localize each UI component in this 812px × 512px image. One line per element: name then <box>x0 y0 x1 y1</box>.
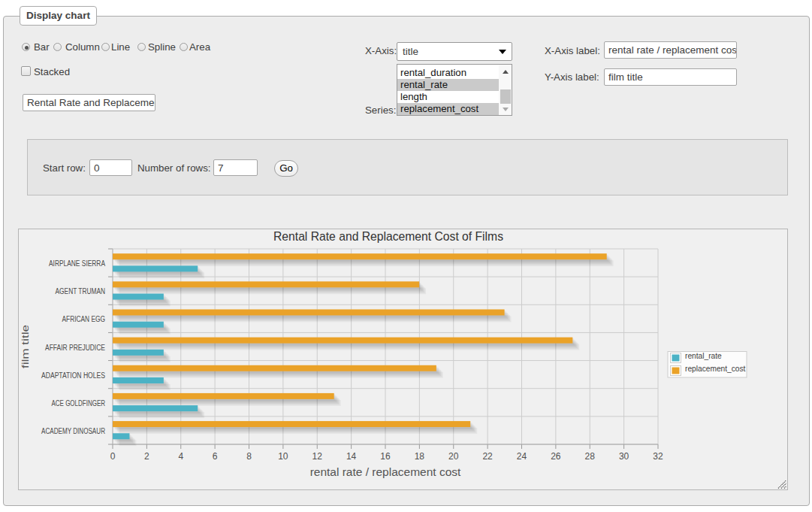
svg-text:28: 28 <box>585 451 596 462</box>
svg-text:8: 8 <box>246 451 252 462</box>
svg-text:10: 10 <box>278 451 288 462</box>
svg-text:2: 2 <box>144 451 149 462</box>
svg-text:12: 12 <box>312 451 323 462</box>
svg-text:ACADEMY DINOSAUR: ACADEMY DINOSAUR <box>41 427 105 435</box>
svg-text:replacement_cost: replacement_cost <box>685 365 746 373</box>
svg-text:20: 20 <box>448 451 459 462</box>
svg-text:AIRPLANE SIERRA: AIRPLANE SIERRA <box>49 259 105 268</box>
svg-text:4: 4 <box>178 451 183 462</box>
svg-text:Rental Rate and Replacement Co: Rental Rate and Replacement Cost of Film… <box>273 229 503 243</box>
svg-text:0: 0 <box>110 451 116 462</box>
svg-text:18: 18 <box>415 451 425 462</box>
svg-text:film title: film title <box>20 325 31 368</box>
svg-text:rental rate / replacement cost: rental rate / replacement cost <box>310 465 461 478</box>
svg-text:22: 22 <box>482 451 493 462</box>
svg-text:ADAPTATION HOLES: ADAPTATION HOLES <box>41 371 105 380</box>
svg-text:16: 16 <box>380 451 391 462</box>
svg-text:rental_rate: rental_rate <box>685 352 722 360</box>
svg-text:AGENT TRUMAN: AGENT TRUMAN <box>56 287 106 295</box>
svg-text:24: 24 <box>517 451 527 462</box>
svg-text:14: 14 <box>346 451 357 462</box>
svg-text:ACE GOLDFINGER: ACE GOLDFINGER <box>52 399 106 407</box>
svg-text:6: 6 <box>213 451 218 462</box>
svg-text:AFFAIR PREJUDICE: AFFAIR PREJUDICE <box>45 344 105 352</box>
svg-text:32: 32 <box>653 451 663 462</box>
svg-text:26: 26 <box>551 451 561 462</box>
svg-text:30: 30 <box>619 451 629 462</box>
svg-text:AFRICAN EGG: AFRICAN EGG <box>62 315 106 323</box>
